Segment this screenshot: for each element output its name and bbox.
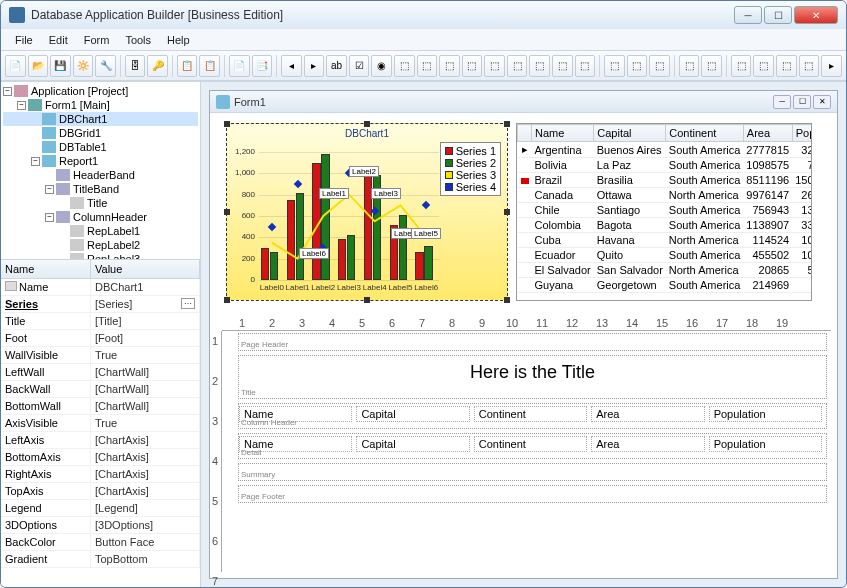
report-column-label[interactable]: Continent (474, 436, 587, 452)
report-title-text[interactable]: Here is the Title (239, 356, 826, 389)
toolbar-button-27[interactable]: ⬚ (552, 55, 573, 77)
grid-cell[interactable]: Ottawa (594, 188, 666, 203)
tree-node[interactable]: RepLabel2 (3, 238, 198, 252)
grid-row[interactable]: El SalvadorSan SalvadorNorth America2086… (518, 263, 813, 278)
property-value[interactable]: TopBottom (91, 551, 200, 567)
grid-row[interactable]: CubaHavanaNorth America11452410600000 (518, 233, 813, 248)
band-page-header[interactable]: Page Header (238, 333, 827, 351)
grid-cell[interactable]: Quito (594, 248, 666, 263)
grid-column-header[interactable]: Name (532, 125, 594, 142)
property-value[interactable]: [ChartWall] (91, 398, 200, 414)
toolbar-button-37[interactable]: ⬚ (731, 55, 752, 77)
grid-row[interactable]: ▸ArgentinaBuenos AiresSouth America27778… (518, 142, 813, 158)
toolbar-button-0[interactable]: 📄 (5, 55, 26, 77)
property-row[interactable]: Legend[Legend] (1, 500, 200, 517)
form-titlebar[interactable]: Form1 ─ ☐ ✕ (210, 91, 837, 113)
property-row[interactable]: 3DOptions[3DOptions] (1, 517, 200, 534)
property-row[interactable]: AxisVisibleTrue (1, 415, 200, 432)
menu-edit[interactable]: Edit (41, 32, 76, 48)
report-column-label[interactable]: Population (709, 436, 822, 452)
menu-file[interactable]: File (7, 32, 41, 48)
grid-cell[interactable]: Chile (532, 203, 594, 218)
toolbar-button-18[interactable]: ☑ (349, 55, 370, 77)
grid-cell[interactable]: La Paz (594, 158, 666, 173)
grid-cell[interactable]: Georgetown (594, 278, 666, 293)
grid-cell[interactable]: South America (666, 218, 744, 233)
grid-cell[interactable]: 756943 (743, 203, 792, 218)
grid-cell[interactable]: San Salvador (594, 263, 666, 278)
property-value[interactable]: [ChartWall] (91, 364, 200, 380)
menu-form[interactable]: Form (76, 32, 118, 48)
tree-node[interactable]: DBGrid1 (3, 126, 198, 140)
grid-cell[interactable]: 455502 (743, 248, 792, 263)
form-canvas[interactable]: DBChart1 Series 1Series 2Series 3Series … (210, 113, 837, 578)
grid-row[interactable]: BrazilBrasiliaSouth America8511196150400… (518, 173, 813, 188)
toolbar-button-34[interactable]: ⬚ (679, 55, 700, 77)
tree-expand-icon[interactable]: − (17, 101, 26, 110)
grid-cell[interactable]: South America (666, 248, 744, 263)
grid-cell[interactable]: South America (666, 158, 744, 173)
grid-row[interactable]: EcuadorQuitoSouth America45550210600000 (518, 248, 813, 263)
report-column-label[interactable]: Population (709, 406, 822, 422)
grid-row[interactable]: GuyanaGeorgetownSouth America21496980000… (518, 278, 813, 293)
report-column-label[interactable]: Area (591, 436, 704, 452)
property-row[interactable]: WallVisibleTrue (1, 347, 200, 364)
band-detail[interactable]: NameCapitalContinentAreaPopulation Detai… (238, 433, 827, 459)
tree-node[interactable]: −Report1 (3, 154, 198, 168)
grid-column-header[interactable]: Capital (594, 125, 666, 142)
tree-node[interactable]: DBTable1 (3, 140, 198, 154)
form-close-button[interactable]: ✕ (813, 95, 831, 109)
grid-row[interactable]: CanadaOttawaNorth America997614726500000 (518, 188, 813, 203)
dbgrid-component[interactable]: NameCapitalContinentAreaPopulation▸Argen… (516, 123, 812, 301)
toolbar-button-1[interactable]: 📂 (28, 55, 49, 77)
property-value[interactable]: [Title] (91, 313, 200, 329)
design-area[interactable]: Form1 ─ ☐ ✕ DBChart1 Series 1Series 2Ser… (201, 82, 846, 587)
toolbar-button-32[interactable]: ⬚ (649, 55, 670, 77)
toolbar-button-12[interactable]: 📄 (229, 55, 250, 77)
tree-node[interactable]: Title (3, 196, 198, 210)
toolbar-button-24[interactable]: ⬚ (484, 55, 505, 77)
grid-cell[interactable]: Bolivia (532, 158, 594, 173)
report-designer[interactable]: Page Header Here is the Title Title Name… (238, 333, 827, 572)
grid-cell[interactable]: Canada (532, 188, 594, 203)
property-row[interactable]: RightAxis[ChartAxis] (1, 466, 200, 483)
property-value[interactable]: [3DOptions] (91, 517, 200, 533)
minimize-button[interactable]: ─ (734, 6, 762, 24)
toolbar-button-10[interactable]: 📋 (199, 55, 220, 77)
toolbar-button-39[interactable]: ⬚ (776, 55, 797, 77)
toolbar-button-16[interactable]: ▸ (304, 55, 325, 77)
property-row[interactable]: BottomAxis[ChartAxis] (1, 449, 200, 466)
property-value[interactable]: Button Face (91, 534, 200, 550)
grid-cell[interactable]: Cuba (532, 233, 594, 248)
property-row[interactable]: LeftWall[ChartWall] (1, 364, 200, 381)
property-row[interactable]: BottomWall[ChartWall] (1, 398, 200, 415)
property-value[interactable]: DBChart1 (91, 279, 200, 295)
toolbar-button-3[interactable]: 🔆 (73, 55, 94, 77)
property-value[interactable]: [ChartAxis] (91, 449, 200, 465)
toolbar-button-13[interactable]: 📑 (252, 55, 273, 77)
toolbar-button-40[interactable]: ⬚ (799, 55, 820, 77)
toolbar-button-20[interactable]: ⬚ (394, 55, 415, 77)
grid-cell[interactable]: South America (666, 142, 744, 158)
grid-cell[interactable]: 9976147 (743, 188, 792, 203)
toolbar-button-25[interactable]: ⬚ (507, 55, 528, 77)
toolbar-button-17[interactable]: ab (326, 55, 347, 77)
property-row[interactable]: TopAxis[ChartAxis] (1, 483, 200, 500)
toolbar-button-28[interactable]: ⬚ (575, 55, 596, 77)
property-row[interactable]: GradientTopBottom (1, 551, 200, 568)
band-column-header[interactable]: NameCapitalContinentAreaPopulation Colum… (238, 403, 827, 429)
toolbar-button-4[interactable]: 🔧 (95, 55, 116, 77)
form-minimize-button[interactable]: ─ (773, 95, 791, 109)
menu-help[interactable]: Help (159, 32, 198, 48)
report-column-label[interactable]: Continent (474, 406, 587, 422)
tree-expand-icon[interactable]: − (3, 87, 12, 96)
grid-cell[interactable]: Guyana (532, 278, 594, 293)
grid-cell[interactable]: Colombia (532, 218, 594, 233)
toolbar-button-30[interactable]: ⬚ (604, 55, 625, 77)
property-value[interactable]: [ChartAxis] (91, 483, 200, 499)
grid-cell[interactable]: 5300000 (792, 263, 812, 278)
grid-row[interactable]: ColombiaBagotaSouth America1138907330000… (518, 218, 813, 233)
toolbar-button-7[interactable]: 🔑 (147, 55, 168, 77)
grid-cell[interactable]: El Salvador (532, 263, 594, 278)
toolbar-button-15[interactable]: ◂ (281, 55, 302, 77)
